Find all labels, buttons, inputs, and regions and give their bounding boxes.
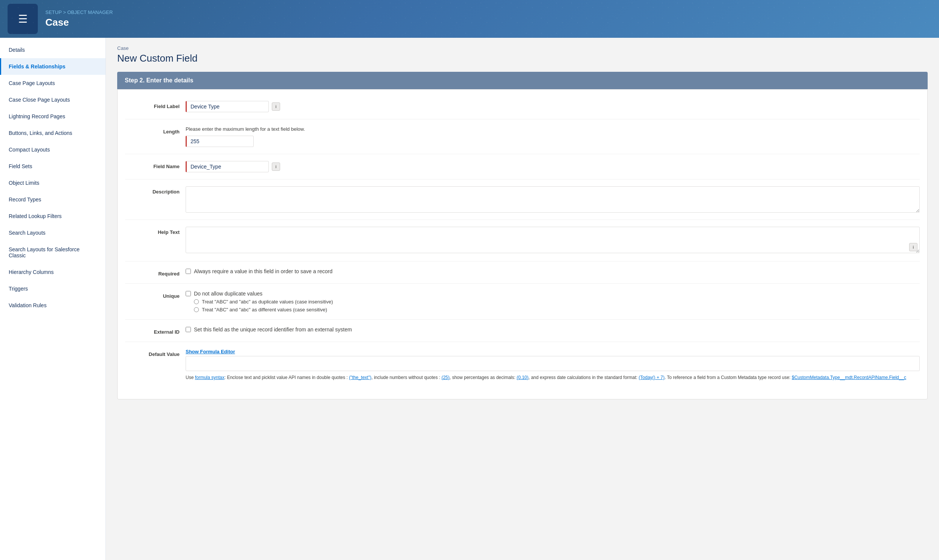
sidebar-item-details[interactable]: Details xyxy=(0,42,105,58)
unique-radio1-row: Treat "ABC" and "abc" as duplicate value… xyxy=(194,299,920,305)
app-logo-icon: ☰ xyxy=(18,13,28,25)
app-header: ☰ SETUP > OBJECT MANAGER Case xyxy=(0,0,939,38)
help-text-textarea[interactable] xyxy=(186,227,920,253)
description-textarea[interactable] xyxy=(186,186,920,213)
formula-link-numbers[interactable]: (25) xyxy=(442,375,449,380)
unique-label: Unique xyxy=(125,291,186,299)
app-logo: ☰ xyxy=(8,4,38,34)
sidebar-item-case-page-layouts[interactable]: Case Page Layouts xyxy=(0,75,105,91)
sidebar-item-search-layouts-classic[interactable]: Search Layouts for Salesforce Classic xyxy=(0,241,105,264)
unique-row: Unique Do not allow duplicate values Tre… xyxy=(125,291,920,320)
formula-input[interactable] xyxy=(186,356,920,371)
formula-link-decimals[interactable]: (0.10) xyxy=(517,375,528,380)
breadcrumb-setup[interactable]: SETUP xyxy=(45,9,62,15)
sidebar: Details Fields & Relationships Case Page… xyxy=(0,38,106,560)
field-label-input[interactable] xyxy=(186,101,269,112)
app-header-title: Case xyxy=(45,17,113,28)
app-header-breadcrumb: SETUP > OBJECT MANAGER xyxy=(45,9,113,15)
field-label-row: Field Label i xyxy=(125,101,920,119)
sidebar-item-search-layouts[interactable]: Search Layouts xyxy=(0,224,105,241)
required-checkbox[interactable] xyxy=(186,269,191,274)
sidebar-item-object-limits[interactable]: Object Limits xyxy=(0,175,105,191)
external-id-label: External ID xyxy=(125,326,186,335)
help-text-control: i xyxy=(186,227,920,254)
field-label-input-wrap: i xyxy=(186,101,920,112)
field-label-control: i xyxy=(186,101,920,112)
page-title: New Custom Field xyxy=(117,53,928,64)
form-panel: Field Label i Length Please enter the ma… xyxy=(117,89,928,399)
unique-section: Do not allow duplicate values Treat "ABC… xyxy=(186,291,920,312)
description-row: Description xyxy=(125,186,920,220)
length-control: Please enter the maximum length for a te… xyxy=(186,126,920,147)
unique-radio1-label: Treat "ABC" and "abc" as duplicate value… xyxy=(202,299,333,305)
sidebar-item-related-lookup-filters[interactable]: Related Lookup Filters xyxy=(0,208,105,224)
show-formula-editor-link[interactable]: Show Formula Editor xyxy=(186,349,920,354)
unique-control: Do not allow duplicate values Treat "ABC… xyxy=(186,291,920,312)
field-label-info-icon[interactable]: i xyxy=(272,102,280,111)
formula-link-date[interactable]: (Today() + 7) xyxy=(639,375,665,380)
description-control xyxy=(186,186,920,213)
page-breadcrumb: Case xyxy=(117,45,928,51)
help-text-row: Help Text i xyxy=(125,227,920,261)
length-input[interactable] xyxy=(186,136,254,147)
formula-link-metadata[interactable]: $CustomMetadata.Type__mdt.RecordAPIName.… xyxy=(792,375,906,380)
breadcrumb-object-manager[interactable]: OBJECT MANAGER xyxy=(67,9,113,15)
sidebar-item-fields-relationships[interactable]: Fields & Relationships xyxy=(0,58,105,75)
required-label: Required xyxy=(125,268,186,277)
field-name-label: Field Name xyxy=(125,161,186,169)
field-name-control: i xyxy=(186,161,920,172)
formula-syntax-link[interactable]: formula syntax xyxy=(195,375,225,380)
required-checkbox-row: Always require a value in this field in … xyxy=(186,268,920,274)
sidebar-item-compact-layouts[interactable]: Compact Layouts xyxy=(0,141,105,158)
description-label: Description xyxy=(125,186,186,195)
main-layout: Details Fields & Relationships Case Page… xyxy=(0,38,939,560)
sidebar-item-record-types[interactable]: Record Types xyxy=(0,191,105,208)
help-text-info-icon[interactable]: i xyxy=(909,243,917,251)
step-header: Step 2. Enter the details xyxy=(117,72,928,89)
help-text-wrap: i xyxy=(186,227,920,254)
sidebar-item-triggers[interactable]: Triggers xyxy=(0,280,105,297)
unique-checkbox-label: Do not allow duplicate values xyxy=(194,291,262,297)
unique-radio2[interactable] xyxy=(194,307,199,312)
formula-link-text[interactable]: ("the_text") xyxy=(349,375,371,380)
help-text-label: Help Text xyxy=(125,227,186,235)
unique-checkbox[interactable] xyxy=(186,291,191,296)
sidebar-item-lightning-record-pages[interactable]: Lightning Record Pages xyxy=(0,108,105,125)
required-control: Always require a value in this field in … xyxy=(186,268,920,274)
sidebar-item-buttons-links-actions[interactable]: Buttons, Links, and Actions xyxy=(0,125,105,141)
external-id-checkbox[interactable] xyxy=(186,327,191,332)
formula-help-text: Use formula syntax: Enclose text and pic… xyxy=(186,374,920,381)
field-name-input-wrap: i xyxy=(186,161,920,172)
breadcrumb-separator: > xyxy=(63,9,67,15)
sidebar-item-hierarchy-columns[interactable]: Hierarchy Columns xyxy=(0,264,105,280)
default-value-control: Show Formula Editor Use formula syntax: … xyxy=(186,349,920,381)
default-value-row: Default Value Show Formula Editor Use fo… xyxy=(125,349,920,388)
unique-checkbox-row: Do not allow duplicate values xyxy=(186,291,920,297)
required-checkbox-label: Always require a value in this field in … xyxy=(194,268,333,274)
field-name-info-icon[interactable]: i xyxy=(272,162,280,171)
length-row: Length Please enter the maximum length f… xyxy=(125,126,920,154)
default-value-label: Default Value xyxy=(125,349,186,357)
sidebar-item-field-sets[interactable]: Field Sets xyxy=(0,158,105,175)
unique-radio2-label: Treat "ABC" and "abc" as different value… xyxy=(202,307,327,312)
length-note: Please enter the maximum length for a te… xyxy=(186,126,920,132)
external-id-checkbox-row: Set this field as the unique record iden… xyxy=(186,326,920,333)
sidebar-item-case-close-page-layouts[interactable]: Case Close Page Layouts xyxy=(0,91,105,108)
unique-radio1[interactable] xyxy=(194,299,199,304)
external-id-checkbox-label: Set this field as the unique record iden… xyxy=(194,326,352,333)
app-header-text: SETUP > OBJECT MANAGER Case xyxy=(45,9,113,28)
external-id-row: External ID Set this field as the unique… xyxy=(125,326,920,342)
main-content: Case New Custom Field Step 2. Enter the … xyxy=(106,38,939,560)
field-name-input[interactable] xyxy=(186,161,269,172)
external-id-control: Set this field as the unique record iden… xyxy=(186,326,920,333)
required-row: Required Always require a value in this … xyxy=(125,268,920,284)
sidebar-item-validation-rules[interactable]: Validation Rules xyxy=(0,297,105,314)
field-name-row: Field Name i xyxy=(125,161,920,179)
length-label: Length xyxy=(125,126,186,135)
unique-radio2-row: Treat "ABC" and "abc" as different value… xyxy=(194,307,920,312)
default-value-wrap: Show Formula Editor Use formula syntax: … xyxy=(186,349,920,381)
field-label-label: Field Label xyxy=(125,101,186,109)
